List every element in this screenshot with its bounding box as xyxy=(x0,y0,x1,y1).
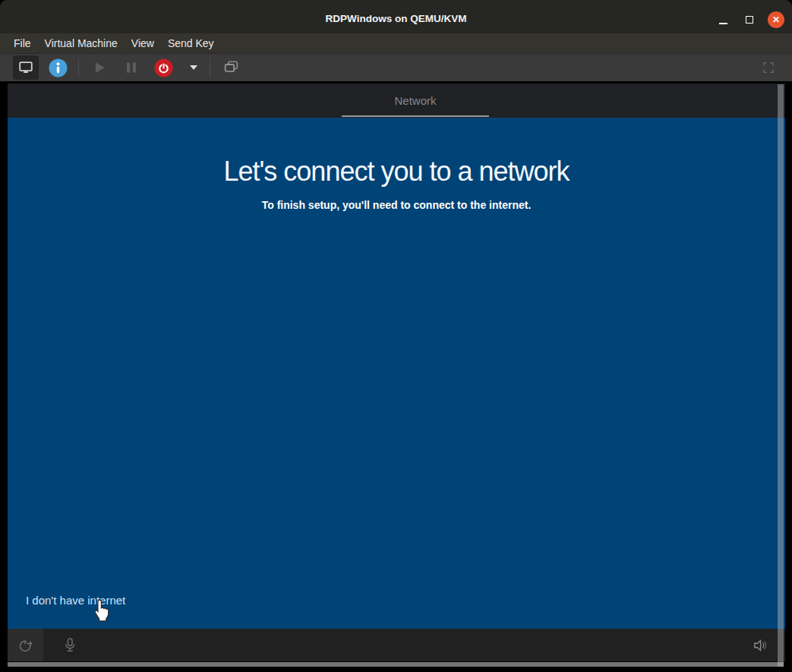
show-graphical-console-button[interactable] xyxy=(13,55,39,80)
guest-display[interactable]: Network Let's connect you to a network T… xyxy=(8,84,785,661)
pause-button xyxy=(118,55,144,80)
oobe-main: Let's connect you to a network To finish… xyxy=(8,118,785,629)
page-title: Let's connect you to a network xyxy=(8,156,785,188)
menu-view[interactable]: View xyxy=(125,33,161,54)
fullscreen-icon xyxy=(761,60,776,75)
menubar: File Virtual Machine View Send Key xyxy=(0,33,792,54)
microphone-indicator xyxy=(53,629,87,661)
setup-step-underline xyxy=(342,115,489,117)
toolbar-separator xyxy=(210,58,210,77)
toolbar xyxy=(0,54,792,81)
toolbar-separator xyxy=(78,58,79,77)
virt-manager-window: RDPWindows on QEMU/KVM ✕ File Virtual Ma… xyxy=(0,0,792,672)
fullscreen-button[interactable] xyxy=(757,55,780,80)
close-icon: ✕ xyxy=(772,14,780,25)
chevron-down-icon xyxy=(189,65,198,71)
displays-icon xyxy=(222,59,239,76)
menu-send-key[interactable]: Send Key xyxy=(161,33,221,54)
menu-virtual-machine[interactable]: Virtual Machine xyxy=(38,33,125,54)
pause-icon xyxy=(125,61,138,74)
volume-icon xyxy=(753,638,769,653)
microphone-icon xyxy=(62,637,77,654)
vm-displays-button[interactable] xyxy=(218,55,244,80)
maximize-button[interactable] xyxy=(741,11,758,28)
play-icon xyxy=(92,60,107,75)
minimize-button[interactable] xyxy=(715,11,731,28)
titlebar: RDPWindows on QEMU/KVM ✕ xyxy=(0,0,792,33)
window-title: RDPWindows on QEMU/KVM xyxy=(0,0,792,33)
ease-of-access-button[interactable] xyxy=(8,629,43,661)
page-subtitle: To finish setup, you'll need to connect … xyxy=(8,199,785,211)
maximize-icon xyxy=(746,16,753,24)
menu-file[interactable]: File xyxy=(7,33,38,54)
volume-button[interactable] xyxy=(744,629,778,661)
cursor-pointer-icon xyxy=(93,599,111,622)
vertical-scrollbar[interactable] xyxy=(778,84,784,667)
window-controls: ✕ xyxy=(715,6,784,33)
monitor-icon xyxy=(17,59,34,76)
horizontal-scrollbar[interactable] xyxy=(8,662,784,667)
close-button[interactable]: ✕ xyxy=(768,11,784,28)
shutdown-menu-button[interactable] xyxy=(185,55,202,80)
minimize-icon xyxy=(719,23,727,24)
info-icon xyxy=(49,58,68,77)
setup-step-network: Network xyxy=(394,84,436,118)
show-vm-details-button[interactable] xyxy=(45,55,71,80)
oobe-header: Network xyxy=(8,84,785,118)
run-button xyxy=(87,55,112,80)
shutdown-button[interactable] xyxy=(150,55,176,80)
oobe-footer xyxy=(8,629,785,661)
ease-of-access-icon xyxy=(17,637,34,654)
guest-console-area[interactable]: Network Let's connect you to a network T… xyxy=(0,81,792,672)
power-icon xyxy=(154,58,173,77)
